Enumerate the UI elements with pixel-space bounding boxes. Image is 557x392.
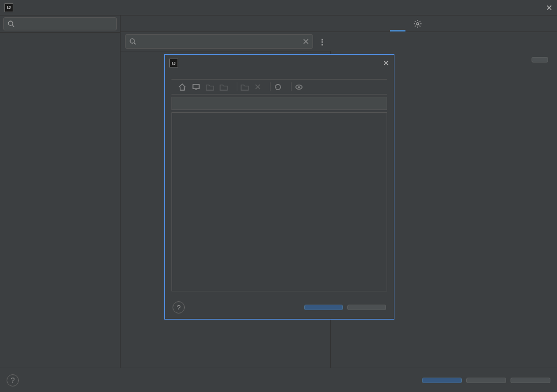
apply-button[interactable] (511, 378, 550, 383)
search-icon (129, 38, 137, 45)
disable-button[interactable] (532, 57, 548, 62)
sidebar-tree (0, 33, 120, 368)
dialog-subtitle (165, 71, 394, 79)
path-input[interactable] (171, 97, 387, 110)
plugin-search-input[interactable] (125, 34, 313, 49)
show-hidden-icon[interactable] (295, 83, 303, 91)
help-icon[interactable]: ? (7, 374, 19, 386)
drag-hint (165, 291, 394, 296)
dialog-titlebar: IJ ✕ (165, 55, 394, 71)
close-icon[interactable]: ✕ (546, 3, 553, 12)
folder-action-icon[interactable] (241, 83, 249, 91)
desktop-icon[interactable] (192, 83, 200, 91)
new-folder2-icon[interactable] (220, 83, 228, 91)
plugins-header (121, 15, 557, 32)
dialog-help-icon[interactable]: ? (173, 301, 185, 313)
dialog-toolbar (171, 79, 387, 95)
titlebar: IJ ✕ (0, 0, 557, 15)
new-folder-icon[interactable] (206, 83, 214, 91)
bottombar: ? (0, 368, 557, 392)
sidebar-search-wrap (0, 15, 120, 33)
plugin-search-more-icon[interactable]: ⋮ (319, 38, 326, 46)
clear-search-icon[interactable] (303, 38, 309, 45)
tab-marketplace[interactable] (374, 15, 390, 32)
app-icon: IJ (4, 3, 13, 12)
dialog-footer: ? (165, 296, 394, 319)
cancel-button[interactable] (466, 378, 506, 383)
dialog-cancel-button[interactable] (347, 305, 386, 310)
app-icon: IJ (169, 59, 178, 67)
dialog-ok-button[interactable] (304, 305, 343, 310)
tab-installed[interactable] (390, 15, 405, 32)
delete-icon[interactable] (254, 83, 261, 90)
home-icon[interactable] (178, 83, 186, 91)
refresh-icon[interactable] (274, 83, 282, 91)
sidebar (0, 15, 121, 368)
plugin-search-row: ⋮ (121, 32, 331, 51)
dialog-close-icon[interactable]: ✕ (383, 59, 389, 67)
choose-plugin-dialog: IJ ✕ ? (164, 54, 394, 320)
search-icon (7, 20, 15, 28)
file-tree[interactable] (171, 112, 387, 291)
sidebar-search-input[interactable] (3, 17, 117, 30)
plugins-gear-icon[interactable] (405, 19, 430, 28)
ok-button[interactable] (422, 378, 462, 383)
